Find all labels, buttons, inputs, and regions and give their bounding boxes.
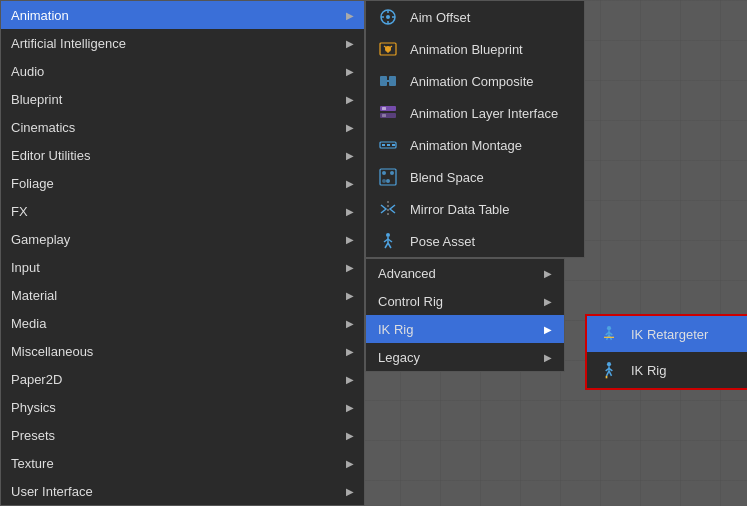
arrow-icon: ▶ <box>544 268 552 279</box>
second-submenu-item-control-rig[interactable]: Control Rig ▶ <box>366 287 564 315</box>
anim-layer-icon <box>376 101 400 125</box>
sidebar-item-editor-utilities-label: Editor Utilities <box>11 148 346 163</box>
second-submenu-item-advanced[interactable]: Advanced ▶ <box>366 259 564 287</box>
sidebar-item-gameplay-label: Gameplay <box>11 232 346 247</box>
ikrig-flyout-item-ik-rig[interactable]: IK Rig <box>587 352 747 388</box>
second-submenu-item-ik-rig[interactable]: IK Rig ▶ <box>366 315 564 343</box>
arrow-icon: ▶ <box>346 458 354 469</box>
sidebar-item-texture[interactable]: Texture ▶ <box>1 449 364 477</box>
sidebar-item-input[interactable]: Input ▶ <box>1 253 364 281</box>
svg-rect-21 <box>392 144 395 146</box>
arrow-icon: ▶ <box>346 206 354 217</box>
arrow-icon: ▶ <box>544 296 552 307</box>
submenu-item-blend-space[interactable]: Blend Space <box>366 161 584 193</box>
arrow-icon: ▶ <box>346 374 354 385</box>
submenu-item-aim-offset[interactable]: Aim Offset <box>366 1 584 33</box>
sidebar-item-presets[interactable]: Presets ▶ <box>1 421 364 449</box>
sidebar-item-user-interface-label: User Interface <box>11 484 346 499</box>
svg-rect-20 <box>387 144 390 146</box>
svg-point-24 <box>390 171 394 175</box>
svg-point-34 <box>607 326 611 330</box>
anim-composite-icon <box>376 69 400 93</box>
sidebar-item-texture-label: Texture <box>11 456 346 471</box>
ik-retargeter-icon <box>597 322 621 346</box>
submenu-item-anim-blueprint[interactable]: Animation Blueprint <box>366 33 584 65</box>
arrow-icon: ▶ <box>346 122 354 133</box>
submenu-item-aim-offset-label: Aim Offset <box>410 10 470 25</box>
svg-point-28 <box>386 233 390 237</box>
arrow-icon: ▶ <box>544 352 552 363</box>
sidebar-item-animation-label: Animation <box>11 8 346 23</box>
sidebar-item-cinematics[interactable]: Cinematics ▶ <box>1 113 364 141</box>
second-submenu-legacy-label: Legacy <box>378 350 420 365</box>
sidebar-menu: Animation ▶ Artificial Intelligence ▶ Au… <box>0 0 365 506</box>
secondary-submenu-area: Advanced ▶ Control Rig ▶ IK Rig ▶ Legacy… <box>365 258 585 372</box>
sidebar-item-material[interactable]: Material ▶ <box>1 281 364 309</box>
ikrig-flyout: IK Retargeter <box>585 314 747 390</box>
submenu-item-anim-layer[interactable]: Animation Layer Interface <box>366 97 584 129</box>
arrow-icon: ▶ <box>346 318 354 329</box>
submenu-item-pose-asset[interactable]: Pose Asset <box>366 225 584 257</box>
arrow-icon: ▶ <box>346 346 354 357</box>
arrow-icon: ▶ <box>346 486 354 497</box>
sidebar-item-physics-label: Physics <box>11 400 346 415</box>
sidebar-item-fx[interactable]: FX ▶ <box>1 197 364 225</box>
second-submenu-item-legacy[interactable]: Legacy ▶ <box>366 343 564 371</box>
second-submenu-advanced-label: Advanced <box>378 266 436 281</box>
sidebar-item-editor-utilities[interactable]: Editor Utilities ▶ <box>1 141 364 169</box>
sidebar-item-ai[interactable]: Artificial Intelligence ▶ <box>1 29 364 57</box>
sidebar-item-miscellaneous[interactable]: Miscellaneous ▶ <box>1 337 364 365</box>
second-submenu: Advanced ▶ Control Rig ▶ IK Rig ▶ Legacy… <box>365 258 565 372</box>
submenu-item-mirror-data[interactable]: Mirror Data Table <box>366 193 584 225</box>
arrow-icon: ▶ <box>346 262 354 273</box>
arrow-icon: ▶ <box>346 290 354 301</box>
svg-rect-17 <box>382 114 386 117</box>
sidebar-item-media[interactable]: Media ▶ <box>1 309 364 337</box>
submenu-item-anim-composite[interactable]: Animation Composite <box>366 65 584 97</box>
svg-point-41 <box>607 362 611 366</box>
svg-line-32 <box>385 243 388 248</box>
sidebar-item-foliage[interactable]: Foliage ▶ <box>1 169 364 197</box>
sidebar-item-cinematics-label: Cinematics <box>11 120 346 135</box>
svg-point-26 <box>382 179 386 183</box>
second-submenu-control-rig-label: Control Rig <box>378 294 443 309</box>
sidebar-item-foliage-label: Foliage <box>11 176 346 191</box>
sidebar-item-ai-label: Artificial Intelligence <box>11 36 346 51</box>
submenu-item-anim-montage-label: Animation Montage <box>410 138 522 153</box>
submenu-item-anim-montage[interactable]: Animation Montage <box>366 129 584 161</box>
submenu-item-anim-blueprint-label: Animation Blueprint <box>410 42 523 57</box>
pose-asset-icon <box>376 229 400 253</box>
arrow-icon: ▶ <box>346 430 354 441</box>
sidebar-item-blueprint[interactable]: Blueprint ▶ <box>1 85 364 113</box>
svg-point-25 <box>386 179 390 183</box>
sidebar-item-gameplay[interactable]: Gameplay ▶ <box>1 225 364 253</box>
arrow-icon: ▶ <box>346 234 354 245</box>
submenu-item-anim-layer-label: Animation Layer Interface <box>410 106 558 121</box>
ik-rig-icon <box>597 358 621 382</box>
arrow-icon: ▶ <box>544 324 552 335</box>
svg-point-23 <box>382 171 386 175</box>
sidebar-item-user-interface[interactable]: User Interface ▶ <box>1 477 364 505</box>
svg-rect-16 <box>382 107 386 110</box>
arrow-icon: ▶ <box>346 178 354 189</box>
animation-submenu-combined: Aim Offset Animation Blueprint <box>365 0 585 506</box>
sidebar-item-paper2d-label: Paper2D <box>11 372 346 387</box>
anim-montage-icon <box>376 133 400 157</box>
sidebar-item-miscellaneous-label: Miscellaneous <box>11 344 346 359</box>
ikrig-ik-rig-label: IK Rig <box>631 363 666 378</box>
sidebar-item-paper2d[interactable]: Paper2D ▶ <box>1 365 364 393</box>
sidebar-item-audio[interactable]: Audio ▶ <box>1 57 364 85</box>
svg-line-46 <box>609 371 612 376</box>
arrow-icon: ▶ <box>346 150 354 161</box>
menu-container: Animation ▶ Artificial Intelligence ▶ Au… <box>0 0 585 506</box>
submenu-item-mirror-data-label: Mirror Data Table <box>410 202 509 217</box>
ikrig-flyout-item-retargeter[interactable]: IK Retargeter <box>587 316 747 352</box>
svg-line-33 <box>388 243 391 248</box>
submenu-item-anim-composite-label: Animation Composite <box>410 74 534 89</box>
sidebar-item-input-label: Input <box>11 260 346 275</box>
sidebar-item-media-label: Media <box>11 316 346 331</box>
sidebar-item-animation[interactable]: Animation ▶ <box>1 1 364 29</box>
arrow-icon: ▶ <box>346 10 354 21</box>
aim-offset-icon <box>376 5 400 29</box>
sidebar-item-physics[interactable]: Physics ▶ <box>1 393 364 421</box>
